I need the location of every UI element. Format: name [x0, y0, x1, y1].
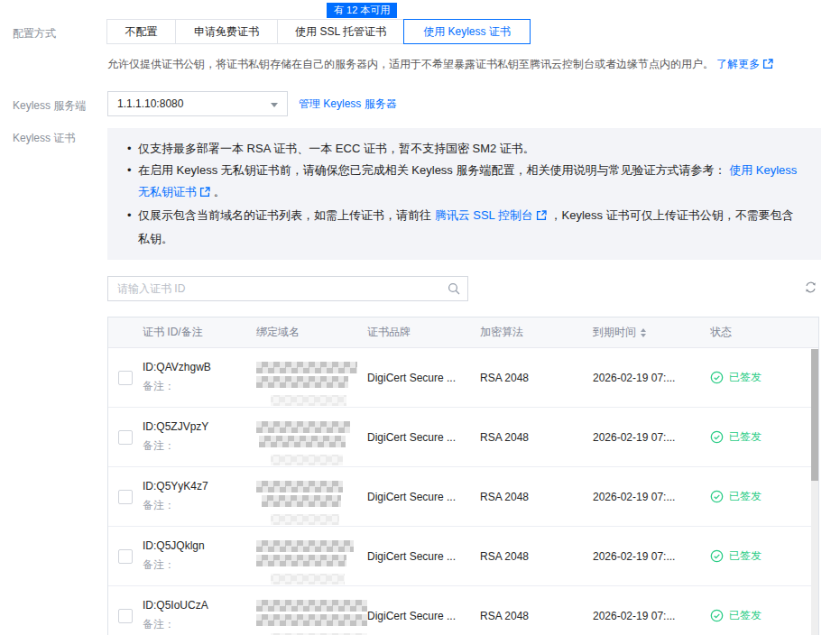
cert-algorithm: RSA 2048: [480, 431, 593, 444]
cert-brand: DigiCert Secure ...: [367, 610, 480, 622]
external-link-icon: [199, 183, 210, 205]
cert-note: 备注：: [143, 557, 256, 573]
row-checkbox[interactable]: [118, 609, 133, 623]
cert-note: 备注：: [143, 617, 256, 632]
search-icon[interactable]: [448, 282, 460, 298]
search-input[interactable]: [107, 276, 468, 301]
tab-no-config[interactable]: 不配置: [106, 19, 176, 44]
manage-keyless-servers-link[interactable]: 管理 Keyless 服务器: [299, 91, 397, 116]
status-badge: 已签发: [710, 608, 818, 623]
redacted-domain: [256, 467, 367, 525]
table-row: ID:Q5ZJVpzY 备注： DigiCert Secure ... RSA …: [108, 408, 818, 467]
cert-id: ID:QAVzhgwB: [143, 361, 256, 373]
learn-more-link[interactable]: 了解更多: [716, 58, 773, 70]
cert-expire: 2026-02-19 07:...: [593, 610, 710, 622]
keyless-description: 允许仅提供证书公钥，将证书私钥存储在自己的服务器内，适用于不希望暴露证书私钥至腾…: [107, 56, 840, 74]
cert-note: 备注：: [143, 498, 256, 513]
cert-brand: DigiCert Secure ...: [367, 431, 480, 444]
cert-expire: 2026-02-19 07:...: [593, 431, 710, 444]
table-row: ID:Q5JQklgn 备注： DigiCert Secure ... RSA …: [108, 527, 818, 586]
header-cert-id: 证书 ID/备注: [143, 325, 256, 340]
cert-algorithm: RSA 2048: [480, 372, 593, 384]
table-scrollbar-track[interactable]: [811, 349, 818, 635]
header-brand: 证书品牌: [367, 325, 480, 340]
refresh-icon: [804, 283, 817, 297]
notice-line-2: 在启用 Keyless 无私钥证书前，请确保您已完成相关 Keyless 服务端…: [127, 160, 803, 205]
external-link-icon: [536, 207, 547, 228]
description-text: 允许仅提供证书公钥，将证书私钥存储在自己的服务器内，适用于不希望暴露证书私钥至腾…: [107, 58, 714, 70]
header-expire-sortable[interactable]: 到期时间: [593, 325, 710, 340]
tab-keyless-cert[interactable]: 使用 Keyless 证书: [403, 19, 531, 44]
cert-id: ID:Q5ZJVpzY: [143, 420, 256, 433]
cert-algorithm: RSA 2048: [480, 550, 593, 563]
row-checkbox[interactable]: [118, 549, 133, 564]
status-badge: 已签发: [710, 429, 818, 445]
header-domain: 绑定域名: [256, 325, 367, 340]
cert-algorithm: RSA 2048: [480, 491, 593, 503]
keyless-cert-row: Keyless 证书 仅支持最多部署一本 RSA 证书、一本 ECC 证书，暂不…: [0, 128, 840, 635]
notice-line-1: 仅支持最多部署一本 RSA 证书、一本 ECC 证书，暂不支持国密 SM2 证书…: [127, 138, 803, 160]
table-header: 证书 ID/备注 绑定域名 证书品牌 加密算法 到期时间 状态: [108, 318, 818, 348]
cert-id: ID:Q5YyK4z7: [143, 480, 256, 492]
tab-ssl-hosted-cert[interactable]: 使用 SSL 托管证书: [277, 19, 404, 44]
redacted-domain: [256, 586, 367, 635]
keyless-cert-content: 仅支持最多部署一本 RSA 证书、一本 ECC 证书，暂不支持国密 SM2 证书…: [107, 128, 821, 635]
cert-brand: DigiCert Secure ...: [367, 491, 480, 503]
search-box: [107, 276, 468, 301]
notice-line-3: 仅展示包含当前域名的证书列表，如需上传证书，请前往 腾讯云 SSL 控制台 ，K…: [127, 205, 803, 250]
certificate-table: 证书 ID/备注 绑定域名 证书品牌 加密算法 到期时间 状态 ID:QAVzh…: [107, 317, 819, 635]
config-method-tabbar: 有 12 本可用 不配置 申请免费证书 使用 SSL 托管证书 使用 Keyle…: [107, 19, 531, 44]
cert-brand: DigiCert Secure ...: [367, 550, 480, 563]
cert-brand: DigiCert Secure ...: [367, 372, 480, 384]
keyless-server-select[interactable]: 1.1.1.10:8080: [107, 91, 288, 116]
cert-note: 备注：: [143, 379, 256, 394]
cert-id: ID:Q5JQklgn: [143, 539, 256, 552]
table-row: ID:QAVzhgwB 备注： DigiCert Secure ... RSA …: [108, 348, 818, 408]
table-row: ID:Q5YyK4z7 备注： DigiCert Secure ... RSA …: [108, 467, 818, 527]
status-badge: 已签发: [710, 370, 818, 385]
cert-id: ID:Q5IoUCzA: [143, 599, 256, 612]
ssl-console-link[interactable]: 腾讯云 SSL 控制台: [435, 208, 547, 222]
keyless-cert-config-page: 配置方式 有 12 本可用 不配置 申请免费证书 使用 SSL 托管证书 使用 …: [0, 19, 840, 635]
status-badge: 已签发: [710, 548, 818, 564]
keyless-server-label: Keyless 服务端: [0, 91, 107, 116]
keyless-server-row: Keyless 服务端 1.1.1.10:8080 管理 Keyless 服务器: [0, 91, 840, 116]
row-checkbox[interactable]: [118, 430, 133, 445]
header-algorithm: 加密算法: [480, 325, 593, 340]
chevron-down-icon: [271, 103, 278, 107]
cert-expire: 2026-02-19 07:...: [593, 550, 710, 563]
available-count-badge: 有 12 本可用: [327, 3, 397, 18]
config-method-label: 配置方式: [0, 19, 107, 44]
config-method-row: 配置方式 有 12 本可用 不配置 申请免费证书 使用 SSL 托管证书 使用 …: [0, 19, 840, 44]
header-status: 状态: [710, 325, 818, 340]
keyless-cert-label: Keyless 证书: [0, 128, 107, 635]
cert-note: 备注：: [143, 438, 256, 454]
row-checkbox[interactable]: [118, 371, 133, 385]
table-row: ID:Q5IoUCzA 备注： DigiCert Secure ... RSA …: [108, 586, 818, 635]
refresh-button[interactable]: [802, 279, 819, 299]
external-link-icon: [762, 58, 773, 74]
row-checkbox[interactable]: [118, 490, 133, 504]
cert-algorithm: RSA 2048: [480, 610, 593, 622]
cert-expire: 2026-02-19 07:...: [593, 372, 710, 384]
keyless-server-selected-value: 1.1.1.10:8080: [117, 97, 183, 110]
table-scrollbar-thumb[interactable]: [811, 349, 818, 481]
redacted-domain: [256, 348, 367, 406]
keyless-cert-notice: 仅支持最多部署一本 RSA 证书、一本 ECC 证书，暂不支持国密 SM2 证书…: [107, 128, 821, 260]
table-toolbar: [107, 276, 821, 301]
sort-icon: [641, 328, 646, 337]
status-badge: 已签发: [710, 489, 818, 504]
redacted-domain: [256, 408, 367, 465]
tab-free-cert[interactable]: 申请免费证书: [175, 19, 278, 44]
redacted-domain: [256, 527, 367, 584]
cert-expire: 2026-02-19 07:...: [593, 491, 710, 503]
